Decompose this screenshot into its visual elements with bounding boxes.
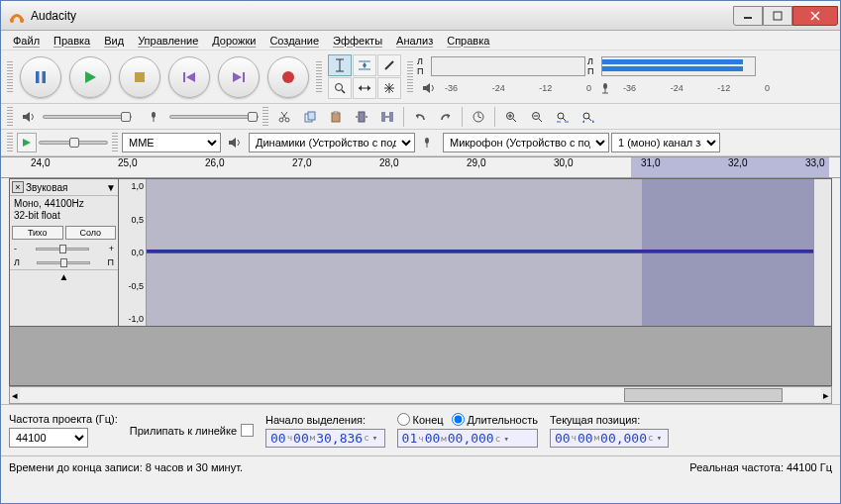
silence-button[interactable]	[375, 106, 399, 128]
zoom-in-button[interactable]	[499, 106, 523, 128]
audio-position-label: Текущая позиция:	[550, 414, 670, 426]
menu-effect[interactable]: Эффекты	[327, 33, 388, 49]
svg-rect-7	[43, 71, 47, 83]
track-menu-dropdown-icon[interactable]: ▼	[106, 182, 116, 193]
menu-edit[interactable]: Правка	[48, 33, 96, 49]
skip-end-button[interactable]	[218, 56, 260, 98]
menu-analyze[interactable]: Анализ	[390, 33, 439, 49]
envelope-tool[interactable]	[353, 54, 376, 76]
record-button[interactable]	[267, 56, 309, 98]
input-device-combo[interactable]: Микрофон (Устройство с под	[443, 133, 609, 152]
selection-end-radio[interactable]: Конец	[397, 413, 444, 426]
toolbar-grip[interactable]	[407, 61, 413, 93]
vscale-tick: -1,0	[121, 314, 144, 324]
trim-button[interactable]	[350, 106, 373, 128]
zoom-tool[interactable]	[328, 77, 352, 99]
pause-button[interactable]	[20, 56, 61, 98]
multi-tool[interactable]	[377, 77, 401, 99]
selection-tool[interactable]	[328, 54, 352, 76]
sync-lock-button[interactable]	[467, 106, 490, 128]
playback-meter[interactable]	[431, 56, 585, 76]
scroll-left-button[interactable]: ◂	[12, 389, 18, 402]
cut-button[interactable]	[272, 106, 296, 128]
vertical-scrollbar[interactable]	[813, 179, 831, 326]
scroll-right-button[interactable]: ▸	[823, 389, 829, 402]
fit-project-button[interactable]	[577, 106, 600, 128]
svg-line-66	[563, 118, 566, 121]
playback-speed-slider[interactable]	[39, 141, 108, 145]
snap-to-checkbox[interactable]	[241, 424, 254, 437]
output-device-combo[interactable]: Динамики (Устройство с под	[249, 133, 415, 152]
toolbar-grip[interactable]	[7, 133, 13, 152]
zoom-out-button[interactable]	[525, 106, 549, 128]
close-button[interactable]	[792, 6, 838, 26]
meter-tick: 0	[586, 83, 591, 93]
selection-toolbar: Частота проекта (Гц): 44100 Прилипать к …	[1, 404, 840, 455]
svg-marker-74	[229, 138, 236, 148]
input-channels-combo[interactable]: 1 (моно) канал за	[611, 133, 720, 152]
undo-button[interactable]	[408, 106, 432, 128]
window-controls	[733, 6, 838, 26]
track-collapse-button[interactable]: ▲	[10, 269, 118, 283]
menu-file[interactable]: Файл	[7, 33, 46, 49]
record-meter[interactable]	[601, 56, 756, 76]
paste-button[interactable]	[324, 106, 348, 128]
stop-button[interactable]	[119, 56, 160, 98]
vertical-scale[interactable]: 1,0 0,5 0,0 -0,5 -1,0	[119, 179, 147, 326]
playback-speaker-icon[interactable]	[417, 77, 441, 99]
solo-button[interactable]: Соло	[65, 226, 117, 240]
track-close-button[interactable]: ×	[12, 181, 24, 193]
skip-start-button[interactable]	[168, 56, 210, 98]
svg-rect-50	[381, 112, 385, 122]
mute-button[interactable]: Тихо	[12, 226, 63, 240]
play-at-speed-button[interactable]	[17, 133, 37, 152]
status-left: Времени до конца записи: 8 часов и 30 ми…	[9, 461, 243, 473]
track-format-label: Моно, 44100Hz 32-bit float	[10, 196, 118, 224]
selection-length-time[interactable]: 01ч 00м 00,000с ▾	[397, 429, 538, 448]
draw-tool[interactable]	[377, 54, 401, 76]
track-pan-slider[interactable]	[37, 261, 90, 264]
play-button[interactable]	[69, 56, 111, 98]
svg-rect-3	[774, 12, 782, 20]
toolbar-grip[interactable]	[263, 107, 268, 127]
menu-generate[interactable]: Создание	[263, 33, 325, 49]
copy-button[interactable]	[298, 106, 322, 128]
maximize-button[interactable]	[763, 6, 792, 26]
menu-help[interactable]: Справка	[441, 33, 495, 49]
waveform-canvas[interactable]	[147, 179, 813, 326]
toolbar-grip[interactable]	[7, 107, 13, 127]
svg-rect-44	[308, 112, 315, 120]
input-volume-icon	[144, 106, 167, 128]
horizontal-scrollbar[interactable]: ◂ ▸	[9, 386, 832, 404]
output-device-icon	[223, 132, 247, 153]
input-volume-slider[interactable]	[169, 115, 259, 119]
separator	[403, 107, 404, 127]
ruler-tick: 25,0	[118, 157, 137, 168]
toolbar-grip[interactable]	[316, 61, 322, 93]
record-mic-icon[interactable]	[595, 77, 619, 99]
menu-tracks[interactable]: Дорожки	[206, 33, 262, 49]
svg-marker-27	[368, 85, 370, 91]
project-rate-combo[interactable]: 44100	[9, 428, 88, 448]
menu-view[interactable]: Вид	[98, 33, 130, 49]
track-control-panel[interactable]: × Звуковая ▼ Моно, 44100Hz 32-bit float …	[10, 179, 119, 326]
toolbar-grip[interactable]	[112, 133, 118, 152]
app-window: Audacity Файл Правка Вид Управление Доро…	[0, 0, 841, 504]
redo-button[interactable]	[434, 106, 458, 128]
timeshift-tool[interactable]	[353, 77, 376, 99]
minimize-button[interactable]	[733, 6, 763, 26]
menu-transport[interactable]: Управление	[132, 33, 204, 49]
output-volume-slider[interactable]	[43, 115, 132, 119]
svg-marker-71	[582, 120, 584, 123]
audio-position-time[interactable]: 00ч 00м 00,000с ▾	[550, 429, 670, 448]
track-gain-slider[interactable]	[36, 248, 89, 251]
ruler-tick: 30,0	[554, 157, 573, 168]
selection-length-radio[interactable]: Длительность	[452, 413, 538, 426]
empty-track-area[interactable]	[9, 327, 832, 386]
timeline-ruler[interactable]: 24,0 25,0 26,0 27,0 28,0 29,0 30,0 31,0 …	[1, 156, 840, 178]
toolbar-grip[interactable]	[7, 61, 13, 93]
fit-selection-button[interactable]	[551, 106, 575, 128]
svg-marker-32	[423, 83, 430, 93]
selection-start-time[interactable]: 00ч 00м 30,836с ▾	[265, 429, 385, 448]
audio-host-combo[interactable]: MME	[122, 133, 221, 152]
